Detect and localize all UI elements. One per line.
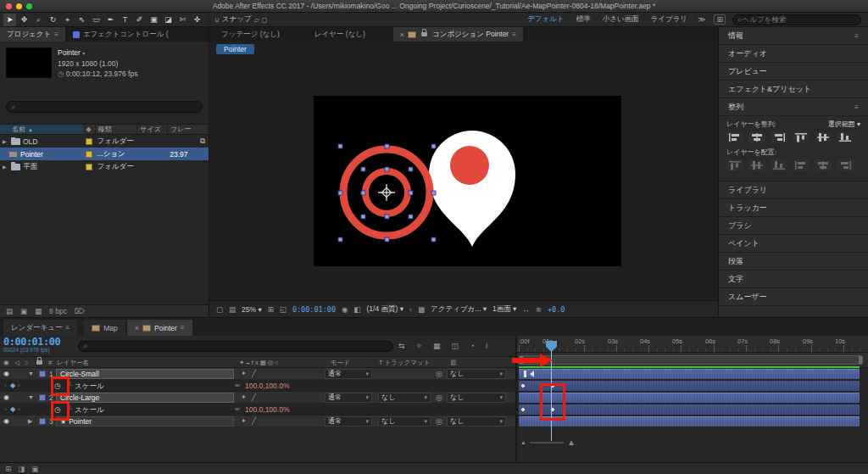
tab-footage[interactable]: フッテージ (なし) [214, 27, 287, 42]
exposure-value[interactable]: +0.0 [548, 305, 565, 314]
parent-pickwhip-icon[interactable]: ◎ [436, 392, 442, 404]
eye-toggle[interactable]: ◉ [3, 392, 9, 404]
property-name[interactable]: スケール [75, 404, 104, 415]
panel-info[interactable]: 情報≡ [719, 27, 868, 45]
hide-shy-layers-icon[interactable]: ▦ [433, 342, 441, 350]
keyframe[interactable] [520, 406, 526, 413]
project-row-solid[interactable]: ▶ 平面 フォルダー [0, 160, 209, 173]
pen-tool-icon[interactable]: ✒ [104, 14, 117, 26]
align-h-center-icon[interactable] [748, 131, 765, 143]
panel-character[interactable]: 文字 [719, 270, 868, 288]
panel-preview[interactable]: プレビュー [719, 63, 868, 81]
toggle-inout-pane-icon[interactable]: ▣ [31, 465, 38, 473]
camera-tool-icon[interactable]: ⌖ [61, 14, 74, 26]
lock-icon[interactable] [421, 32, 427, 36]
brush-tool-icon[interactable]: ✐ [133, 14, 146, 26]
workspace-small-screen[interactable]: 小さい画面 [603, 14, 639, 25]
layer-name-box[interactable]: ★ Pointer [56, 416, 234, 427]
property-track-scale-2[interactable] [519, 404, 860, 415]
frame-blend-icon[interactable]: ◫ [452, 342, 459, 350]
tab-layer[interactable]: レイヤー (なし) [308, 27, 372, 42]
twirl-icon[interactable]: ▶ [28, 415, 32, 427]
property-value[interactable]: 100.0,100.0% [245, 380, 289, 392]
panel-paragraph[interactable]: 段落 [719, 253, 868, 270]
viewer-timecode[interactable]: 0:00:01:00 [292, 305, 336, 314]
twirl-icon[interactable]: ▶ [3, 138, 8, 144]
layer-switches[interactable]: ✦ ╱ [241, 368, 258, 380]
new-folder-icon[interactable]: ▣ [20, 307, 27, 315]
selection-tool-icon[interactable]: ➤ [3, 14, 16, 26]
track-matte-column-header[interactable]: T トラックマット [379, 357, 430, 368]
keyframe-marker[interactable] [530, 371, 534, 377]
composition-stage[interactable] [314, 96, 621, 266]
layer-switches[interactable]: ✦ ╱ [241, 415, 258, 427]
eye-toggle[interactable]: ◉ [3, 368, 9, 380]
eye-toggle[interactable]: ◉ [3, 415, 9, 427]
parent-column-header[interactable]: 親 [450, 357, 457, 368]
main-monitor-icon[interactable]: ▤ [229, 305, 236, 314]
graph-editor-icon[interactable]: ≀ [486, 342, 488, 350]
panel-menu-icon[interactable]: ≡ [54, 31, 58, 38]
magnification-select[interactable]: 25% ▾ [242, 305, 262, 314]
property-row-scale-1[interactable]: ‹ ◆ › ◷ └ スケール ∞ 100.0,100.0% [0, 380, 515, 392]
panel-align[interactable]: 整列≡ [719, 98, 868, 116]
timeline-zoom-control[interactable]: ▲ ▲ [520, 438, 576, 447]
label-color[interactable] [39, 394, 46, 401]
tab-render-queue[interactable]: レンダーキュー ≡ [3, 320, 77, 336]
new-composition-icon[interactable]: ▦ [35, 307, 42, 315]
view-select[interactable]: アクティブカ... ▾ [431, 304, 487, 315]
property-value[interactable]: 100.0,100.0% [245, 404, 289, 415]
transparency-grid-icon[interactable]: ▩ [418, 305, 425, 314]
align-left-icon[interactable] [726, 131, 743, 143]
keyframe-indicator-icon[interactable]: ◆ [10, 380, 15, 392]
fullscreen-window-button[interactable] [26, 3, 32, 9]
layer-row-pointer[interactable]: ◉ ▶ 3 ★ Pointer ✦ ╱ 通常▾ なし▾ ◎ なし▾ [0, 415, 515, 427]
close-window-button[interactable] [6, 3, 12, 9]
minimize-window-button[interactable] [16, 3, 22, 9]
comp-mini-flowchart-icon[interactable]: ⇆ [398, 342, 405, 350]
project-row-pointer[interactable]: Pointer ...ション 23.97 [0, 148, 209, 160]
twirl-icon[interactable]: ▼ [28, 368, 34, 380]
layer-bar-circle-large[interactable] [519, 393, 860, 403]
distribute-bottom-icon[interactable] [771, 159, 787, 171]
next-keyframe-icon[interactable]: › [18, 404, 20, 415]
panel-menu-icon[interactable]: ≡ [181, 324, 185, 332]
panel-tracker[interactable]: トラッカー [719, 199, 868, 217]
fast-previews-icon[interactable]: ≋ [536, 305, 542, 314]
roto-brush-tool-icon[interactable]: ✄ [176, 14, 189, 26]
keyframe[interactable] [520, 382, 526, 389]
layer-name-box[interactable]: Circle-Large [56, 393, 234, 403]
layer-name-box[interactable]: Circle-Small [56, 369, 234, 379]
parent-select[interactable]: なし▾ [447, 416, 506, 427]
type-tool-icon[interactable]: T [119, 14, 131, 26]
layer-switches[interactable]: ✦ ╱ [241, 392, 258, 404]
layer-bar-pointer[interactable] [519, 416, 860, 427]
resolution-select[interactable]: (1/4 画質) ▾ [367, 304, 403, 315]
panel-paint[interactable]: ペイント [719, 235, 868, 253]
distribute-top-icon[interactable] [726, 159, 743, 171]
composition-nav-tab[interactable]: Pointer [216, 44, 254, 54]
link-dimensions-icon[interactable]: ∞ [235, 380, 240, 392]
zoom-slider[interactable] [530, 442, 564, 443]
timeline-search-input[interactable] [88, 342, 388, 350]
panel-menu-icon[interactable]: ≡ [512, 31, 516, 38]
property-name[interactable]: スケール [75, 380, 104, 392]
snap-option-1-icon[interactable]: ▱ [254, 16, 259, 24]
workspace-library[interactable]: ライブラリ [651, 14, 688, 25]
puppet-pin-tool-icon[interactable]: ✜ [191, 14, 203, 26]
layer-row-circle-small[interactable]: ◉ ▼ 1 Circle-Small ✦ ╱ 通常▾ ◎ なし▾ [0, 368, 515, 380]
zoom-tool-icon[interactable]: ⌕ [32, 14, 45, 26]
track-matte-select[interactable]: なし▾ [378, 393, 431, 403]
close-icon[interactable]: × [135, 324, 139, 332]
motion-blur-icon[interactable]: ◔ [470, 342, 474, 350]
toggle-transfer-pane-icon[interactable]: ◨ [18, 465, 25, 473]
panel-menu-icon[interactable]: ≡ [854, 32, 859, 40]
zoom-in-icon[interactable]: ▲ [567, 438, 576, 447]
panel-effects-presets[interactable]: エフェクト&プリセット [719, 81, 868, 98]
tab-pointer-timeline[interactable]: × Pointer ≡ [127, 320, 192, 336]
label-color[interactable] [39, 418, 46, 425]
project-search-input[interactable] [16, 103, 198, 111]
parent-pickwhip-icon[interactable]: ◎ [436, 368, 442, 380]
view-layout-select[interactable]: 1画面 ▾ [492, 304, 516, 315]
keyframe-indicator-icon[interactable]: ◆ [10, 404, 15, 415]
